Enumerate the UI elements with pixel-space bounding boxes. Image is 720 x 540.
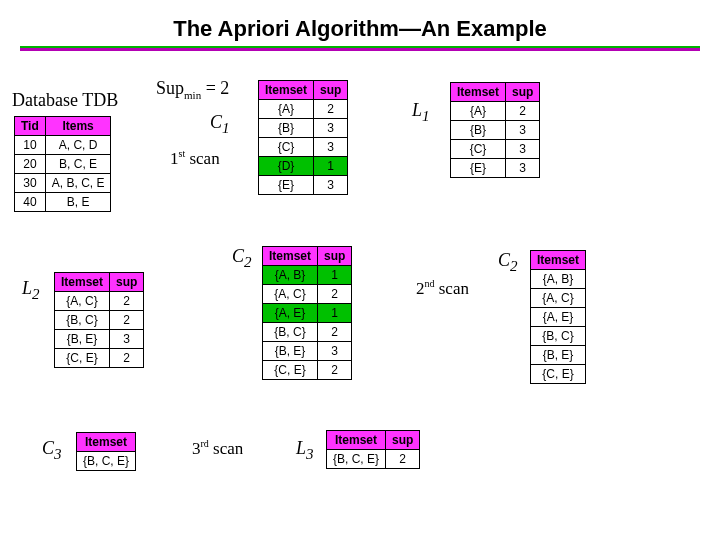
cell: {B, E}: [531, 346, 586, 365]
col-header: sup: [506, 83, 540, 102]
scan2-label: 2nd scan: [416, 278, 469, 299]
cell: 3: [506, 159, 540, 178]
label-sub: 1: [422, 108, 430, 124]
table-row: 10A, C, D: [15, 136, 111, 155]
label-text: C: [210, 112, 222, 132]
cell: {B}: [451, 121, 506, 140]
label-sub: 2: [510, 258, 518, 274]
table-row: {B, C}2: [263, 323, 352, 342]
cell: {B, C, E}: [77, 452, 136, 471]
table-row: {C, E}2: [55, 349, 144, 368]
table-row: {B, E}3: [263, 342, 352, 361]
table-header-row: Itemset sup: [259, 81, 348, 100]
cell: {A, B}: [263, 266, 318, 285]
cell: {C, E}: [531, 365, 586, 384]
cell: {C, E}: [263, 361, 318, 380]
cell: A, C, D: [45, 136, 111, 155]
c2b-label: C2: [232, 246, 252, 271]
col-header: Items: [45, 117, 111, 136]
cell: {B, C}: [531, 327, 586, 346]
table-row: {A, B}: [531, 270, 586, 289]
scan-ord: 1: [170, 149, 179, 168]
l2-label: L2: [22, 278, 40, 303]
cell: {A, C}: [263, 285, 318, 304]
cell: {E}: [451, 159, 506, 178]
table-row: {C, E}: [531, 365, 586, 384]
page-title: The Apriori Algorithm—An Example: [10, 16, 710, 42]
cell: {B, C}: [55, 311, 110, 330]
supmin-text: Sup: [156, 78, 184, 98]
c2b-table: Itemset sup {A, B}1 {A, C}2 {A, E}1 {B, …: [262, 246, 352, 380]
table-row: {A, E}: [531, 308, 586, 327]
table-row: {B, E}3: [55, 330, 144, 349]
table-row: {C, E}2: [263, 361, 352, 380]
cell: {A, C}: [531, 289, 586, 308]
supmin-tail: = 2: [201, 78, 229, 98]
table-row: {A, E}1: [263, 304, 352, 323]
cell: {D}: [259, 157, 314, 176]
cell: {A}: [451, 102, 506, 121]
cell: 2: [110, 311, 144, 330]
c2a-table: Itemset {A, B} {A, C} {A, E} {B, C} {B, …: [530, 250, 586, 384]
c1-label: C1: [210, 112, 230, 137]
scan-ord: 3: [192, 439, 201, 458]
cell: {A}: [259, 100, 314, 119]
label-sub: 2: [32, 286, 40, 302]
table-header-row: Itemset: [531, 251, 586, 270]
scan-sup: rd: [201, 438, 209, 449]
scan-ord: 2: [416, 279, 425, 298]
cell: {B, C}: [263, 323, 318, 342]
cell: {B, E}: [55, 330, 110, 349]
cell: 40: [15, 193, 46, 212]
cell: 2: [506, 102, 540, 121]
cell: {A, E}: [531, 308, 586, 327]
col-header: Itemset: [531, 251, 586, 270]
l1-table: Itemset sup {A}2 {B}3 {C}3 {E}3: [450, 82, 540, 178]
cell: 2: [318, 361, 352, 380]
table-header-row: Itemset sup: [263, 247, 352, 266]
cell: 20: [15, 155, 46, 174]
col-header: Itemset: [259, 81, 314, 100]
table-header-row: Itemset sup: [451, 83, 540, 102]
table-row: {A}2: [451, 102, 540, 121]
table-header-row: Itemset sup: [55, 273, 144, 292]
table-row: 30A, B, C, E: [15, 174, 111, 193]
label-text: C: [498, 250, 510, 270]
c3-table: Itemset {B, C, E}: [76, 432, 136, 471]
cell: {A, E}: [263, 304, 318, 323]
table-row: {C}3: [259, 138, 348, 157]
col-header: Itemset: [55, 273, 110, 292]
label-sub: 1: [222, 120, 230, 136]
cell: {E}: [259, 176, 314, 195]
table-row: {B, C, E}: [77, 452, 136, 471]
cell: 3: [110, 330, 144, 349]
label-text: L: [22, 278, 32, 298]
cell: 2: [110, 349, 144, 368]
cell: {C, E}: [55, 349, 110, 368]
label-sub: 3: [54, 446, 62, 462]
label-sub: 3: [306, 446, 314, 462]
table-row: {C}3: [451, 140, 540, 159]
table-row: 40B, E: [15, 193, 111, 212]
cell: 3: [318, 342, 352, 361]
table-row: {E}3: [451, 159, 540, 178]
c2a-label: C2: [498, 250, 518, 275]
table-row: {B}3: [451, 121, 540, 140]
table-row: {A, C}2: [263, 285, 352, 304]
col-header: sup: [110, 273, 144, 292]
cell: 3: [506, 140, 540, 159]
table-row: {A, C}: [531, 289, 586, 308]
table-row: {B, C}2: [55, 311, 144, 330]
col-header: Itemset: [263, 247, 318, 266]
table-row: {B, C}: [531, 327, 586, 346]
cell: 2: [318, 285, 352, 304]
cell: 1: [314, 157, 348, 176]
table-row: {E}3: [259, 176, 348, 195]
database-label: Database TDB: [12, 90, 118, 111]
col-header: Itemset: [451, 83, 506, 102]
table-header-row: Itemset sup: [327, 431, 420, 450]
cell: {B}: [259, 119, 314, 138]
table-row: 20B, C, E: [15, 155, 111, 174]
label-text: L: [412, 100, 422, 120]
col-header: sup: [318, 247, 352, 266]
